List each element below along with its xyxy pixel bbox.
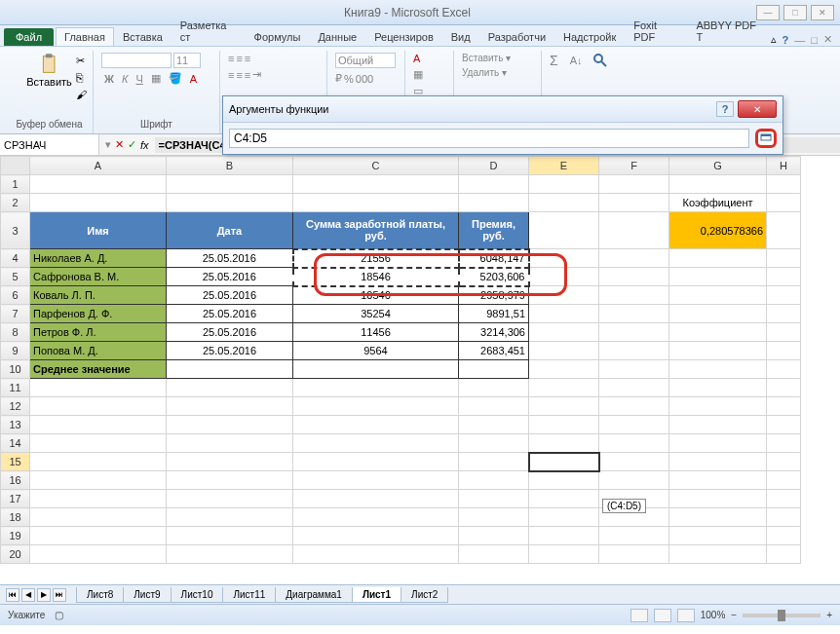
col-header-b[interactable]: B [167, 157, 293, 175]
col-header-c[interactable]: C [293, 157, 459, 175]
row-header[interactable]: 3 [1, 212, 30, 249]
worksheet-grid[interactable]: A B C D E F G H 1 2Коэффициент 3 Имя Дат… [0, 156, 840, 584]
summary-label-cell[interactable]: Среднее значение [30, 360, 167, 379]
table-date-cell[interactable]: 25.05.2016 [167, 268, 293, 286]
row-header[interactable]: 8 [1, 323, 30, 342]
help-icon[interactable]: ? [783, 34, 789, 46]
col-header-d[interactable]: D [459, 157, 529, 175]
doc-restore-icon[interactable]: □ [811, 34, 818, 46]
select-all-corner[interactable] [1, 157, 30, 175]
maximize-button[interactable]: □ [783, 5, 807, 20]
sheet-nav-prev[interactable]: ◀ [21, 588, 35, 602]
cancel-formula-icon[interactable]: ✕ [115, 138, 124, 151]
format-table-icon[interactable]: ▦ [413, 68, 445, 81]
align-top-icon[interactable]: ≡ [228, 53, 234, 64]
doc-minimize-icon[interactable]: — [794, 34, 805, 46]
table-salary-cell[interactable]: 10546 [293, 286, 459, 305]
font-color-icon[interactable]: A [187, 73, 200, 85]
row-header[interactable]: 2 [1, 194, 30, 212]
row-header[interactable]: 9 [1, 342, 30, 360]
zoom-level[interactable]: 100% [701, 610, 726, 620]
font-size-combo[interactable] [173, 53, 201, 68]
sheet-tab[interactable]: Лист11 [222, 587, 276, 603]
sheet-nav-first[interactable]: ⏮ [6, 588, 19, 602]
tab-developer[interactable]: Разработчи [479, 27, 554, 46]
tab-review[interactable]: Рецензиров [365, 27, 442, 46]
table-salary-cell[interactable]: 21556 [293, 249, 459, 268]
dropdown-icon[interactable]: ▾ [105, 138, 111, 151]
header-date-cell[interactable]: Дата [167, 212, 293, 249]
tab-insert[interactable]: Вставка [114, 27, 172, 46]
table-date-cell[interactable]: 25.05.2016 [167, 286, 293, 305]
fx-icon[interactable]: fx [140, 139, 149, 151]
row-header[interactable]: 5 [1, 268, 30, 286]
tab-foxit[interactable]: Foxit PDF [625, 16, 687, 46]
table-name-cell[interactable]: Парфенов Д. Ф. [30, 305, 167, 323]
row-header[interactable]: 18 [1, 508, 30, 527]
tab-view[interactable]: Вид [442, 27, 479, 46]
table-name-cell[interactable]: Попова М. Д. [30, 342, 167, 360]
macro-record-icon[interactable]: ▢ [55, 610, 63, 620]
underline-icon[interactable]: Ч [133, 73, 145, 85]
row-header[interactable]: 1 [1, 175, 30, 194]
dialog-range-input[interactable] [229, 129, 749, 148]
row-header[interactable]: 12 [1, 397, 30, 416]
function-arguments-dialog[interactable]: Аргументы функции ? ✕ [222, 95, 783, 155]
tab-layout[interactable]: Разметка ст [172, 16, 246, 46]
sheet-nav-last[interactable]: ⏭ [53, 588, 66, 602]
sheet-tab[interactable]: Диаграмма1 [275, 587, 353, 603]
koef-label-cell[interactable]: Коэффициент [669, 194, 767, 212]
percent-icon[interactable]: % [344, 73, 354, 85]
table-date-cell[interactable]: 25.05.2016 [167, 342, 293, 360]
table-salary-cell[interactable]: 18546 [293, 268, 459, 286]
number-format-combo[interactable]: Общий [335, 53, 396, 68]
tab-data[interactable]: Данные [309, 27, 365, 46]
ribbon-minimize-icon[interactable]: ▵ [771, 33, 777, 46]
cut-icon[interactable]: ✂ [76, 55, 87, 67]
tab-home[interactable]: Главная [56, 27, 114, 46]
copy-icon[interactable]: ⎘ [76, 71, 87, 85]
row-header[interactable]: 11 [1, 379, 30, 397]
italic-icon[interactable]: К [119, 73, 131, 85]
autosum-icon[interactable]: Σ [550, 53, 558, 68]
close-window-button[interactable]: ✕ [811, 5, 834, 20]
thousands-icon[interactable]: 000 [356, 73, 373, 85]
row-header[interactable]: 7 [1, 305, 30, 323]
fill-color-icon[interactable]: 🪣 [166, 72, 185, 85]
currency-icon[interactable]: ₽ [335, 72, 342, 85]
align-middle-icon[interactable]: ≡ [236, 53, 242, 64]
format-painter-icon[interactable]: 🖌 [76, 89, 87, 100]
table-bonus-cell[interactable]: 2958,979 [459, 286, 529, 305]
header-bonus-cell[interactable]: Премия, руб. [459, 212, 529, 249]
sort-filter-icon[interactable]: A↓ [570, 55, 583, 66]
header-salary-cell[interactable]: Сумма заработной платы, руб. [293, 212, 459, 249]
table-bonus-cell[interactable]: 3214,306 [459, 323, 529, 342]
table-bonus-cell[interactable]: 9891,51 [459, 305, 529, 323]
table-bonus-cell[interactable]: 5203,606 [459, 268, 529, 286]
dialog-help-button[interactable]: ? [716, 101, 734, 117]
table-bonus-cell[interactable]: 6048,147 [459, 249, 529, 268]
col-header-f[interactable]: F [599, 157, 669, 175]
insert-cells-button[interactable]: Вставить ▾ [462, 53, 533, 63]
row-header[interactable]: 19 [1, 527, 30, 545]
dialog-expand-button[interactable] [755, 129, 777, 148]
align-center-icon[interactable]: ≡ [236, 69, 242, 81]
tab-formulas[interactable]: Формулы [246, 27, 310, 46]
sheet-tab[interactable]: Лист2 [401, 587, 448, 603]
sheet-nav-next[interactable]: ▶ [37, 588, 51, 602]
table-salary-cell[interactable]: 9564 [293, 342, 459, 360]
indent-icon[interactable]: ⇥ [252, 68, 261, 81]
zoom-slider[interactable] [743, 614, 821, 617]
table-name-cell[interactable]: Николаев А. Д. [30, 249, 167, 268]
tab-addins[interactable]: Надстройк [554, 27, 625, 46]
zoom-out-button[interactable]: − [731, 610, 737, 620]
name-box[interactable]: СРЗНАЧ [0, 134, 99, 155]
zoom-in-button[interactable]: + [826, 610, 832, 620]
row-header[interactable]: 15 [1, 453, 30, 471]
row-header[interactable]: 13 [1, 416, 30, 434]
row-header[interactable]: 20 [1, 545, 30, 564]
sheet-tab[interactable]: Лист9 [123, 587, 171, 603]
table-date-cell[interactable]: 25.05.2016 [167, 323, 293, 342]
find-select-icon[interactable] [592, 53, 608, 68]
col-header-e[interactable]: E [529, 157, 599, 175]
